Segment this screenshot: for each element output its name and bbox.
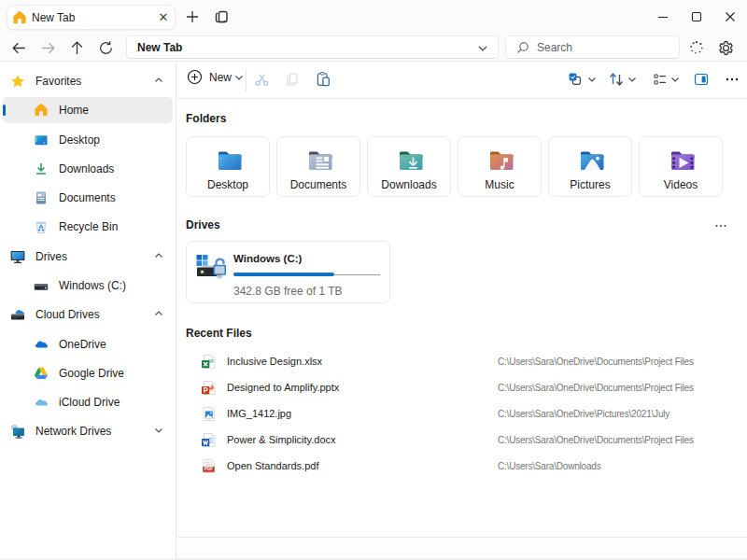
svg-text:PDF: PDF xyxy=(204,467,213,471)
